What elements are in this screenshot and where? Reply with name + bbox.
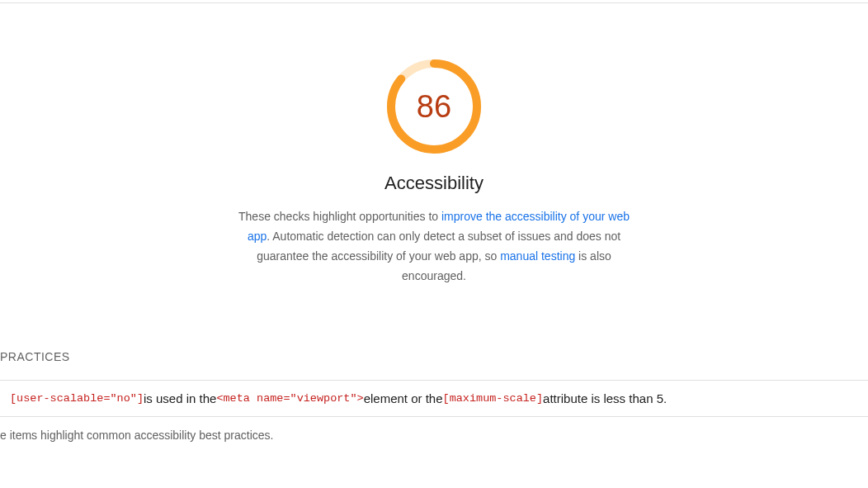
link-manual-testing[interactable]: manual testing [500,249,575,263]
category-description: These checks highlight opportunities to … [234,206,634,286]
audit-item[interactable]: [user-scalable="no"] is used in the <met… [0,380,868,417]
code-maximum-scale: [maximum-scale] [443,392,544,405]
audit-text-1: is used in the [144,391,216,405]
footer-note: e items highlight common accessibility b… [0,429,868,442]
code-meta-viewport: <meta name="viewport"> [216,392,363,405]
description-text-1: These checks highlight opportunities to [238,210,441,223]
category-title: Accessibility [384,173,484,194]
score-section: 86 Accessibility These checks highlight … [0,3,868,286]
score-value: 86 [384,57,484,156]
code-user-scalable: [user-scalable="no"] [10,392,144,405]
audit-text-2: element or the [364,391,443,405]
score-gauge: 86 [384,57,484,156]
section-heading-practices: PRACTICES [0,350,868,363]
audit-text-3: attribute is less than 5. [543,391,667,405]
